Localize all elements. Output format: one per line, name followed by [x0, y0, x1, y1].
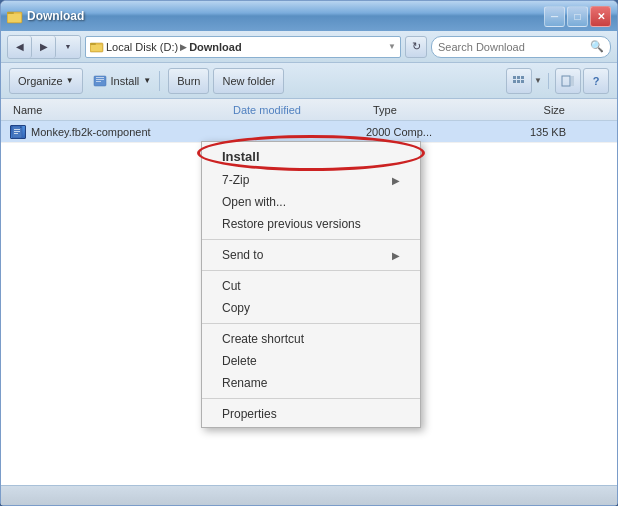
window-title: Download	[27, 9, 84, 23]
svg-rect-16	[562, 76, 570, 86]
col-header-type[interactable]: Type	[369, 104, 489, 116]
install-label[interactable]: Install	[111, 75, 140, 87]
context-sep-2	[202, 270, 420, 271]
table-row[interactable]: Monkey.fb2k-component 2000 Comp... 135 K…	[1, 121, 617, 143]
organize-button[interactable]: Organize ▼	[9, 68, 83, 94]
restore-label: Restore previous versions	[222, 217, 361, 231]
minimize-button[interactable]: ─	[544, 6, 565, 27]
svg-rect-7	[96, 77, 104, 78]
svg-rect-20	[14, 129, 20, 130]
delete-label: Delete	[222, 354, 257, 368]
status-bar	[1, 485, 617, 505]
burn-button[interactable]: Burn	[168, 68, 209, 94]
svg-rect-12	[521, 76, 524, 79]
cut-label: Cut	[222, 279, 241, 293]
refresh-button[interactable]: ↻	[405, 36, 427, 58]
back-button[interactable]: ◀	[8, 36, 32, 58]
svg-rect-5	[91, 45, 102, 51]
svg-rect-22	[14, 133, 18, 134]
context-menu-item-create-shortcut[interactable]: Create shortcut	[202, 328, 420, 350]
help-button[interactable]: ?	[583, 68, 609, 94]
title-bar: Download ─ □ ✕	[1, 1, 617, 31]
context-menu-item-open-with[interactable]: Open with...	[202, 191, 420, 213]
path-segment-local-disk[interactable]: Local Disk (D:) ▶ Download	[106, 41, 242, 53]
window-icon	[7, 8, 23, 24]
context-menu-item-delete[interactable]: Delete	[202, 350, 420, 372]
organize-label: Organize	[18, 75, 63, 87]
path-download-label: Download	[189, 41, 242, 53]
context-menu-item-rename[interactable]: Rename	[202, 372, 420, 394]
install-menu-label: Install	[222, 149, 260, 164]
svg-rect-11	[517, 76, 520, 79]
path-dropdown-arrow[interactable]: ▼	[388, 42, 396, 51]
view-controls: ▼ ?	[506, 68, 609, 94]
path-folder-icon	[90, 41, 104, 53]
svg-rect-17	[571, 76, 574, 86]
file-size: 135 KB	[486, 126, 566, 138]
new-folder-button[interactable]: New folder	[213, 68, 284, 94]
preview-icon	[561, 75, 575, 87]
file-list: Monkey.fb2k-component 2000 Comp... 135 K…	[1, 121, 617, 485]
col-header-date[interactable]: Date modified	[229, 104, 369, 116]
context-menu-item-copy[interactable]: Copy	[202, 297, 420, 319]
svg-rect-9	[96, 81, 101, 82]
nav-buttons: ◀ ▶ ▼	[7, 35, 81, 59]
file-icon	[9, 124, 27, 140]
install-dropdown-arrow[interactable]: ▼	[143, 76, 151, 85]
context-sep-4	[202, 398, 420, 399]
preview-pane-button[interactable]	[555, 68, 581, 94]
svg-rect-2	[8, 14, 21, 22]
path-arrow-1: ▶	[180, 42, 187, 52]
col-header-name[interactable]: Name	[9, 104, 229, 116]
up-dropdown-button[interactable]: ▼	[56, 36, 80, 58]
title-controls: ─ □ ✕	[544, 6, 611, 27]
svg-rect-21	[14, 131, 20, 132]
rename-label: Rename	[222, 376, 267, 390]
search-icon: 🔍	[590, 40, 604, 53]
svg-rect-4	[90, 43, 96, 45]
send-to-label: Send to	[222, 248, 263, 262]
path-local-disk-label: Local Disk (D:)	[106, 41, 178, 53]
help-icon: ?	[593, 75, 600, 87]
file-type: 2000 Comp...	[366, 126, 486, 138]
search-box[interactable]: 🔍	[431, 36, 611, 58]
component-file-icon	[10, 125, 26, 139]
toolbar-sep-1	[159, 71, 160, 91]
view-options-button[interactable]	[506, 68, 532, 94]
col-header-size[interactable]: Size	[489, 104, 569, 116]
toolbar-sep-2	[548, 73, 549, 89]
context-menu-item-properties[interactable]: Properties	[202, 403, 420, 425]
close-button[interactable]: ✕	[590, 6, 611, 27]
context-menu-item-restore[interactable]: Restore previous versions	[202, 213, 420, 235]
context-menu: Install 7-Zip ▶ Open with... Restore pre…	[201, 141, 421, 428]
view-grid-icon	[512, 75, 526, 87]
file-name: Monkey.fb2k-component	[31, 126, 226, 138]
context-menu-item-cut[interactable]: Cut	[202, 275, 420, 297]
new-folder-label: New folder	[222, 75, 275, 87]
7zip-arrow: ▶	[392, 175, 400, 186]
address-path[interactable]: Local Disk (D:) ▶ Download ▼	[85, 36, 401, 58]
view-dropdown-arrow[interactable]: ▼	[534, 76, 542, 85]
burn-label: Burn	[177, 75, 200, 87]
maximize-button[interactable]: □	[567, 6, 588, 27]
context-menu-item-send-to[interactable]: Send to ▶	[202, 244, 420, 266]
toolbar: Organize ▼ Install ▼ Burn New folder	[1, 63, 617, 99]
context-menu-item-install[interactable]: Install	[202, 144, 420, 169]
address-bar: ◀ ▶ ▼ Local Disk (D:) ▶ Download ▼ ↻ 🔍	[1, 31, 617, 63]
send-to-arrow: ▶	[392, 250, 400, 261]
copy-label: Copy	[222, 301, 250, 315]
explorer-window: Download ─ □ ✕ ◀ ▶ ▼ Local Disk (D:) ▶ D…	[0, 0, 618, 506]
install-button-group: Install ▼	[93, 75, 152, 87]
column-headers: Name Date modified Type Size	[1, 99, 617, 121]
svg-rect-10	[513, 76, 516, 79]
file-type-icon	[11, 125, 25, 139]
7zip-label: 7-Zip	[222, 173, 249, 187]
forward-button[interactable]: ▶	[32, 36, 56, 58]
properties-label: Properties	[222, 407, 277, 421]
search-input[interactable]	[438, 41, 586, 53]
context-menu-item-7zip[interactable]: 7-Zip ▶	[202, 169, 420, 191]
context-sep-3	[202, 323, 420, 324]
svg-rect-13	[513, 80, 516, 83]
create-shortcut-label: Create shortcut	[222, 332, 304, 346]
organize-arrow: ▼	[66, 76, 74, 85]
